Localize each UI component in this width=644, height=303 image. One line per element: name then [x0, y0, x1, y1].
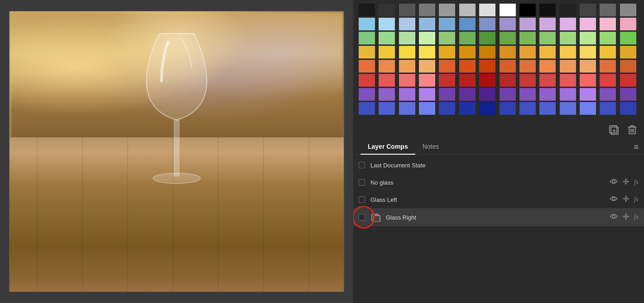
tab-layer-comps[interactable]: Layer Comps — [360, 139, 415, 155]
swatch-3-0[interactable] — [359, 46, 375, 59]
swatch-2-9[interactable] — [539, 32, 556, 44]
swatch-5-5[interactable] — [459, 74, 476, 87]
swatch-0-12[interactable] — [600, 4, 616, 16]
swatch-1-13[interactable] — [620, 18, 636, 30]
swatch-4-3[interactable] — [419, 60, 435, 73]
swatch-7-7[interactable] — [500, 102, 516, 115]
swatch-0-2[interactable] — [399, 4, 415, 16]
apply-icon-glass-right[interactable] — [622, 213, 630, 222]
new-comp-button[interactable] — [607, 123, 620, 137]
layer-comp-item-glass-left[interactable]: Glass Left fx — [353, 191, 644, 208]
swatch-2-1[interactable] — [379, 32, 395, 44]
swatch-1-4[interactable] — [439, 18, 455, 30]
swatch-5-10[interactable] — [560, 74, 576, 87]
swatch-5-3[interactable] — [419, 74, 435, 87]
swatch-1-9[interactable] — [539, 18, 556, 30]
swatch-1-5[interactable] — [459, 18, 476, 30]
swatch-6-13[interactable] — [620, 88, 636, 101]
swatch-0-8[interactable] — [519, 4, 536, 16]
swatch-5-12[interactable] — [600, 74, 616, 87]
swatch-0-9[interactable] — [539, 4, 556, 16]
swatch-1-8[interactable] — [519, 18, 536, 30]
layer-comp-checkbox-last-doc-state[interactable] — [359, 162, 365, 168]
swatch-0-5[interactable] — [459, 4, 476, 16]
swatch-3-11[interactable] — [580, 46, 596, 59]
swatch-6-6[interactable] — [479, 88, 495, 101]
swatch-3-7[interactable] — [500, 46, 516, 59]
swatch-5-6[interactable] — [479, 74, 495, 87]
swatch-4-1[interactable] — [379, 60, 395, 73]
swatch-0-3[interactable] — [419, 4, 435, 16]
swatch-0-11[interactable] — [580, 4, 596, 16]
apply-icon-glass-left[interactable] — [622, 195, 630, 204]
swatch-6-8[interactable] — [519, 88, 536, 101]
layer-comp-item-glass-right[interactable]: Glass Right fx — [353, 208, 644, 226]
layer-comp-checkbox-glass-right[interactable] — [359, 214, 365, 220]
fx-icon-glass-right[interactable]: fx — [634, 214, 639, 221]
swatch-3-6[interactable] — [479, 46, 495, 59]
visibility-icon-no-glass[interactable] — [610, 178, 618, 186]
panel-menu-button[interactable]: ≡ — [634, 143, 639, 151]
swatch-7-9[interactable] — [539, 102, 556, 115]
swatch-1-12[interactable] — [600, 18, 616, 30]
swatch-3-8[interactable] — [519, 46, 536, 59]
swatch-3-5[interactable] — [459, 46, 476, 59]
swatch-3-10[interactable] — [560, 46, 576, 59]
swatch-3-4[interactable] — [439, 46, 455, 59]
layer-comp-checkbox-glass-left[interactable] — [359, 196, 365, 203]
delete-comp-button[interactable] — [626, 123, 639, 137]
swatch-7-5[interactable] — [459, 102, 476, 115]
swatch-4-0[interactable] — [359, 60, 375, 73]
swatch-1-3[interactable] — [419, 18, 435, 30]
layer-comp-checkbox-no-glass[interactable] — [359, 179, 365, 186]
tab-notes[interactable]: Notes — [415, 139, 447, 155]
swatch-2-4[interactable] — [439, 32, 455, 44]
swatch-7-6[interactable] — [479, 102, 495, 115]
swatch-3-9[interactable] — [539, 46, 556, 59]
swatch-6-7[interactable] — [500, 88, 516, 101]
swatch-1-11[interactable] — [580, 18, 596, 30]
swatch-5-13[interactable] — [620, 74, 636, 87]
swatch-0-4[interactable] — [439, 4, 455, 16]
swatch-2-3[interactable] — [419, 32, 435, 44]
swatch-6-5[interactable] — [459, 88, 476, 101]
swatch-2-11[interactable] — [580, 32, 596, 44]
fx-icon-no-glass[interactable]: fx — [634, 179, 639, 186]
swatch-6-9[interactable] — [539, 88, 556, 101]
swatch-4-9[interactable] — [539, 60, 556, 73]
swatch-4-4[interactable] — [439, 60, 455, 73]
layer-comp-item-last-doc-state[interactable]: Last Document State — [353, 156, 644, 174]
swatch-4-13[interactable] — [620, 60, 636, 73]
swatch-4-7[interactable] — [500, 60, 516, 73]
swatch-4-12[interactable] — [600, 60, 616, 73]
swatch-1-10[interactable] — [560, 18, 576, 30]
swatch-2-0[interactable] — [359, 32, 375, 44]
swatch-5-2[interactable] — [399, 74, 415, 87]
swatch-6-12[interactable] — [600, 88, 616, 101]
swatch-7-10[interactable] — [560, 102, 576, 115]
swatch-6-10[interactable] — [560, 88, 576, 101]
fx-icon-glass-left[interactable]: fx — [634, 196, 639, 203]
swatch-7-0[interactable] — [359, 102, 375, 115]
swatch-2-7[interactable] — [500, 32, 516, 44]
swatch-2-5[interactable] — [459, 32, 476, 44]
swatch-7-4[interactable] — [439, 102, 455, 115]
swatch-3-12[interactable] — [600, 46, 616, 59]
swatch-0-7[interactable] — [500, 4, 516, 16]
swatch-1-6[interactable] — [479, 18, 495, 30]
swatch-6-2[interactable] — [399, 88, 415, 101]
swatch-0-0[interactable] — [359, 4, 375, 16]
swatch-6-11[interactable] — [580, 88, 596, 101]
swatch-7-11[interactable] — [580, 102, 596, 115]
swatch-3-3[interactable] — [419, 46, 435, 59]
swatch-2-13[interactable] — [620, 32, 636, 44]
swatch-6-3[interactable] — [419, 88, 435, 101]
swatch-7-13[interactable] — [620, 102, 636, 115]
swatch-2-2[interactable] — [399, 32, 415, 44]
swatch-5-4[interactable] — [439, 74, 455, 87]
swatch-7-12[interactable] — [600, 102, 616, 115]
swatch-4-8[interactable] — [519, 60, 536, 73]
layer-comp-item-no-glass[interactable]: No glass fx — [353, 174, 644, 191]
swatch-7-3[interactable] — [419, 102, 435, 115]
swatch-5-11[interactable] — [580, 74, 596, 87]
